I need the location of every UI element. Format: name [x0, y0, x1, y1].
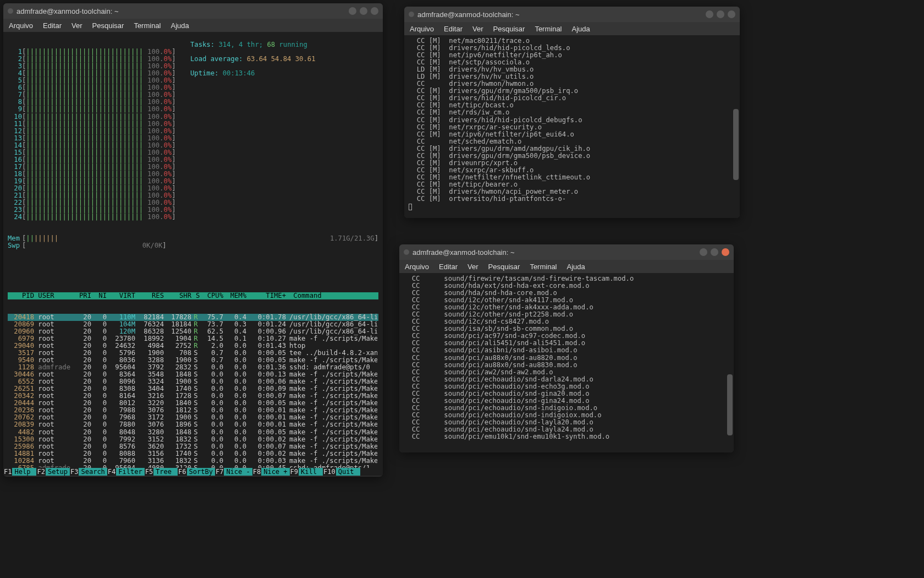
- menu-item[interactable]: Terminal: [530, 263, 557, 271]
- scrollbar[interactable]: [733, 37, 739, 215]
- menu-item[interactable]: Arquivo: [9, 21, 33, 30]
- fkey-f9[interactable]: F9Kill: [290, 468, 323, 476]
- column-header[interactable]: Command: [286, 292, 377, 299]
- process-row[interactable]: 10284 root200796031361832S0.00.00:00.03m…: [8, 457, 378, 465]
- menu-item[interactable]: Editar: [439, 263, 458, 271]
- maximize-button[interactable]: [711, 248, 718, 256]
- process-row[interactable]: 14881 root200808831561740S0.00.00:00.02m…: [8, 450, 378, 457]
- menu-item[interactable]: Arquivo: [410, 25, 434, 33]
- column-header[interactable]: S: [191, 292, 200, 299]
- process-row[interactable]: 9540 root200803632881900S0.70.00:00.05ma…: [8, 357, 378, 364]
- cpu-bar: 16 [|||||||||||||||||||||||||||||100.0%]: [8, 156, 378, 163]
- column-header[interactable]: PID: [9, 292, 34, 299]
- titlebar[interactable]: admfrade@xanmod-toolchain: ~: [3, 3, 383, 19]
- menu-item[interactable]: Pesquisar: [488, 263, 520, 271]
- fkey-f6[interactable]: F6SortBy: [178, 468, 215, 476]
- menu-item[interactable]: Ver: [472, 25, 483, 33]
- task-stats: Tasks: 314, 4 thr; 68 running Load avera…: [190, 34, 315, 84]
- menu-item[interactable]: Pesquisar: [92, 21, 124, 30]
- swp-bar: Swp[0K/0K]: [8, 242, 378, 249]
- scrollbar-thumb[interactable]: [733, 109, 739, 180]
- process-row[interactable]: 20236 root200798830761812S0.00.00:00.01m…: [8, 407, 378, 414]
- build-terminal-1: admfrade@xanmod-toolchain: ~ ArquivoEdit…: [404, 7, 740, 218]
- fkey-f5[interactable]: F5Tree: [145, 468, 178, 476]
- mem-bar: Mem[||||||||1.71G/21.3G]: [8, 235, 378, 242]
- minimize-button[interactable]: [700, 248, 707, 256]
- cpu-bar: 15 [|||||||||||||||||||||||||||||100.0%]: [8, 149, 378, 156]
- cpu-bar: 18 [|||||||||||||||||||||||||||||100.0%]: [8, 171, 378, 178]
- column-header[interactable]: SHR: [164, 292, 191, 299]
- menubar: ArquivoEditarVerPesquisarTerminalAjuda: [3, 19, 383, 32]
- close-button[interactable]: [722, 248, 729, 256]
- titlebar[interactable]: admfrade@xanmod-toolchain: ~: [399, 244, 734, 260]
- menu-item[interactable]: Ajuda: [171, 21, 189, 30]
- process-row[interactable]: 29040 root2002463249842752R2.00.00:01.43…: [8, 342, 378, 350]
- scrollbar[interactable]: [727, 275, 733, 449]
- maximize-button[interactable]: [360, 7, 367, 15]
- fkey-f3[interactable]: F3Search: [70, 468, 107, 476]
- menu-item[interactable]: Editar: [43, 21, 62, 30]
- menu-item[interactable]: Ajuda: [567, 263, 585, 271]
- fkey-f2[interactable]: F2Setup: [36, 468, 70, 476]
- column-header[interactable]: PRI: [75, 292, 91, 299]
- process-table[interactable]: 20418 root200110M8218417828R75.70.40:01.…: [8, 314, 378, 468]
- column-header[interactable]: RES: [135, 292, 164, 299]
- close-button[interactable]: [728, 10, 735, 18]
- fkey-bar[interactable]: F1HelpF2SetupF3SearchF4FilterF5TreeF6Sor…: [3, 468, 383, 476]
- cpu-bar: 9 [|||||||||||||||||||||||||||||100.0%]: [8, 106, 378, 113]
- process-row[interactable]: 6785 admfrade2009560440803120S0.00.00:00…: [8, 465, 378, 468]
- process-row[interactable]: 20342 root200816432161728S0.00.00:00.07m…: [8, 392, 378, 400]
- minimize-button[interactable]: [349, 7, 356, 15]
- process-row[interactable]: 1128 admfrade2009560437922832S0.00.00:01…: [8, 364, 378, 371]
- window-title: admfrade@xanmod-toolchain: ~: [413, 248, 696, 257]
- minimize-button[interactable]: [706, 10, 713, 18]
- build-terminal-2: admfrade@xanmod-toolchain: ~ ArquivoEdit…: [399, 244, 734, 452]
- menu-item[interactable]: Terminal: [134, 21, 161, 30]
- fkey-f4[interactable]: F4Filter: [107, 468, 145, 476]
- menu-item[interactable]: Ver: [468, 263, 479, 271]
- menu-item[interactable]: Editar: [444, 25, 463, 33]
- fkey-f10[interactable]: F10Quit: [323, 468, 360, 476]
- column-header[interactable]: USER: [34, 292, 75, 299]
- terminal-body[interactable]: 1 [|||||||||||||||||||||||||||||100.0%]2…: [3, 32, 383, 468]
- menu-item[interactable]: Pesquisar: [493, 25, 525, 33]
- process-row[interactable]: 20762 root200796831721900S0.00.00:00.01m…: [8, 414, 378, 421]
- titlebar[interactable]: admfrade@xanmod-toolchain: ~: [404, 7, 740, 22]
- process-row[interactable]: 6979 root20023780189921904R14.50.10:10.2…: [8, 335, 378, 342]
- process-row[interactable]: 4482 root200804832801848S0.00.00:00.05ma…: [8, 429, 378, 436]
- column-header[interactable]: TIME+: [246, 292, 286, 299]
- app-icon: [8, 8, 13, 14]
- process-row[interactable]: 6552 root200809633241900S0.00.00:00.06ma…: [8, 378, 378, 385]
- process-row[interactable]: 20960 root200120M8632812540R62.50.40:00.…: [8, 328, 378, 335]
- terminal-body[interactable]: CC sound/firewire/tascam/snd-firewire-ta…: [399, 273, 734, 452]
- column-header[interactable]: MEM%: [223, 292, 246, 299]
- column-header[interactable]: VIRT: [107, 292, 135, 299]
- process-row[interactable]: 20869 root200104M7632418184R73.70.30:01.…: [8, 321, 378, 328]
- process-row[interactable]: 20839 root200788030761896S0.00.00:00.01m…: [8, 421, 378, 428]
- maximize-button[interactable]: [717, 10, 724, 18]
- column-header[interactable]: CPU%: [200, 292, 223, 299]
- process-row[interactable]: 25986 root200857636201732S0.00.00:00.07m…: [8, 443, 378, 450]
- column-header[interactable]: NI: [91, 292, 107, 299]
- process-row[interactable]: 30446 root200836435481848S0.00.00:00.13m…: [8, 371, 378, 378]
- fkey-f8[interactable]: F8Nice +: [252, 468, 290, 476]
- process-row[interactable]: 26251 root200830834041740S0.00.00:00.09m…: [8, 385, 378, 392]
- process-table-header[interactable]: PID USER PRI NI VIRT RES SHR S CPU% MEM%…: [8, 292, 378, 299]
- scrollbar-thumb[interactable]: [727, 374, 733, 435]
- terminal-body[interactable]: CC [M] net/mac80211/trace.o CC [M] drive…: [404, 35, 740, 218]
- menu-item[interactable]: Ver: [72, 21, 82, 30]
- close-button[interactable]: [371, 7, 378, 15]
- app-icon: [409, 12, 414, 17]
- menu-item[interactable]: Ajuda: [572, 25, 590, 33]
- process-row[interactable]: 20418 root200110M8218417828R75.70.40:01.…: [8, 314, 378, 321]
- menubar: ArquivoEditarVerPesquisarTerminalAjuda: [404, 22, 740, 35]
- process-row[interactable]: 15300 root200799231521832S0.00.00:00.02m…: [8, 436, 378, 443]
- process-row[interactable]: 3517 root20057961900708S0.70.00:00.05tee…: [8, 350, 378, 357]
- fkey-f1[interactable]: F1Help: [3, 468, 36, 476]
- process-row[interactable]: 20444 root200801232201840S0.00.00:00.05m…: [8, 400, 378, 407]
- cpu-bar: 11 [|||||||||||||||||||||||||||||100.0%]: [8, 121, 378, 128]
- menu-item[interactable]: Arquivo: [405, 263, 429, 271]
- fkey-f7[interactable]: F7Nice -: [215, 468, 252, 476]
- menu-item[interactable]: Terminal: [535, 25, 562, 33]
- window-title: admfrade@xanmod-toolchain: ~: [417, 10, 702, 19]
